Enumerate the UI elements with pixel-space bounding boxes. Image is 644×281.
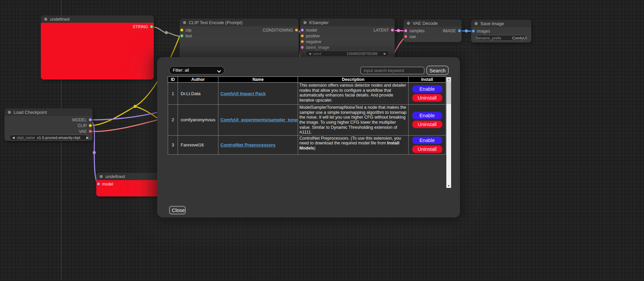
wire-dot-model[interactable]	[93, 151, 96, 154]
cell-description: This extension offers various detector n…	[298, 83, 409, 105]
wire-clip-branch	[135, 106, 159, 119]
wire-dot-string[interactable]	[165, 31, 168, 34]
node-status-dot	[44, 18, 47, 21]
port-dot-text-input[interactable]	[180, 34, 183, 37]
node-ksampler[interactable]: KSampler model LATENT positive negative …	[300, 19, 395, 60]
node-status-dot	[475, 22, 478, 25]
node-title-bar[interactable]: VAE Decode	[403, 19, 462, 27]
scroll-up-icon[interactable]: ▲	[446, 77, 451, 82]
node-title-bar[interactable]: undefined	[41, 15, 154, 23]
port-label-images: images	[477, 29, 490, 34]
cell-id: 2	[168, 105, 178, 136]
port-label-vae: vae	[409, 34, 416, 39]
wire-dot-clip[interactable]	[134, 105, 137, 108]
table-row: 1 Dr.Lt.Data ComfyUI Impact Pack This ex…	[168, 83, 446, 105]
cell-id: 3	[168, 135, 178, 154]
node-undefined-top[interactable]: undefined STRING	[41, 15, 154, 80]
uninstall-button[interactable]: Uninstall	[412, 121, 442, 128]
wire-dot-image[interactable]	[465, 30, 468, 33]
port-label-positive: positive	[306, 34, 320, 38]
search-input[interactable]	[360, 67, 425, 74]
comfyui-manager-dialog: Filter: all Search ID Author Name Descri…	[157, 57, 460, 217]
port-dot-model-input[interactable]	[301, 29, 304, 32]
node-title-bar[interactable]: CLIP Text Encode (Prompt)	[180, 19, 299, 26]
port-label-clip-out: CLIP	[78, 123, 87, 128]
node-body: MODEL CLIP VAE ◀ ckpt_name v1-5-pruned-e…	[4, 116, 93, 141]
node-title-bar[interactable]: KSampler	[300, 19, 395, 26]
cell-author: comfyanonymous	[178, 105, 218, 136]
uninstall-button[interactable]: Uninstall	[412, 145, 442, 153]
port-dot-positive-input[interactable]	[301, 34, 304, 37]
cell-description: ModelSamplerTonemapNoiseTest a node that…	[298, 105, 409, 136]
port-dot-samples-input[interactable]	[404, 29, 407, 32]
enable-button[interactable]: Enable	[412, 112, 442, 119]
port-dot-images-input[interactable]	[472, 30, 475, 33]
extension-link[interactable]: ControlNet Preprocessors	[220, 142, 276, 147]
port-dot-string-output[interactable]	[150, 25, 153, 28]
port-dot-vae-input[interactable]	[404, 35, 407, 38]
port-dot-clip-input[interactable]	[180, 29, 183, 32]
node-title-bar[interactable]: Save Image	[471, 20, 531, 27]
node-status-dot	[407, 22, 410, 25]
extension-table-wrap: ID Author Name Description Install 1 Dr.…	[168, 76, 451, 188]
scroll-down-icon[interactable]: ▼	[446, 183, 451, 188]
node-title: Save Image	[480, 21, 504, 26]
cell-description: ControlNet Preprocessors. (To use this e…	[298, 135, 409, 154]
col-header-author: Author	[178, 77, 218, 83]
port-dot-latent-output[interactable]	[391, 29, 394, 32]
port-dot-model-input[interactable]	[97, 182, 100, 186]
enable-button[interactable]: Enable	[412, 137, 442, 144]
node-title: VAE Decode	[413, 21, 437, 26]
table-row: 3 Fannovel16 ControlNet Preprocessors Co…	[168, 135, 446, 154]
widget-value: ComfyUI	[512, 36, 527, 40]
node-body: samples IMAGE vae	[403, 27, 462, 42]
node-vae-decode[interactable]: VAE Decode samples IMAGE vae	[403, 19, 462, 42]
search-button[interactable]: Search	[426, 66, 449, 75]
ckpt-name-widget[interactable]: ◀ ckpt_name v1-5-pruned-emaonly.ckpt ▶	[9, 135, 88, 140]
port-label-vae-out: VAE	[79, 129, 87, 134]
node-title: CLIP Text Encode (Prompt)	[189, 20, 243, 25]
port-dot-clip-output[interactable]	[89, 124, 92, 127]
port-label-latent: LATENT	[374, 28, 389, 33]
cell-author: Fannovel16	[178, 135, 218, 154]
port-dot-latent-image-input[interactable]	[301, 46, 304, 49]
port-label-negative: negative	[306, 39, 321, 44]
port-dot-negative-input[interactable]	[301, 40, 304, 43]
enable-button[interactable]: Enable	[412, 85, 442, 93]
node-load-checkpoint[interactable]: Load Checkpoint MODEL CLIP VAE ◀ ckpt_na…	[4, 108, 93, 141]
port-label-image: IMAGE	[443, 29, 456, 33]
widget-name: filename_prefix	[476, 36, 501, 40]
node-status-dot	[183, 21, 186, 24]
node-save-image[interactable]: Save Image images filename_prefix ComfyU…	[471, 20, 531, 42]
cell-author: Dr.Lt.Data	[178, 83, 218, 105]
widget-value: v1-5-pruned-emaonly.ckpt	[37, 136, 80, 140]
widget-name: ckpt_name	[17, 136, 35, 140]
node-title: undefined	[50, 17, 69, 22]
port-label-text: text	[185, 34, 192, 38]
widget-value: 156680208700286	[346, 52, 378, 56]
port-dot-vae-output[interactable]	[89, 130, 92, 133]
port-dot-model-output[interactable]	[89, 118, 92, 121]
node-title: KSampler	[309, 20, 329, 25]
port-dot-image-output[interactable]	[458, 29, 461, 32]
filename-prefix-widget[interactable]: filename_prefix ComfyUI	[475, 35, 527, 41]
widget-prev-icon[interactable]: ◀	[12, 136, 15, 139]
node-title-bar[interactable]: Load Checkpoint	[4, 108, 93, 116]
graph-canvas[interactable]: undefined STRING CLIP Text Encode (Promp…	[0, 0, 644, 281]
widget-next-icon[interactable]: ▶	[384, 52, 386, 55]
wire-dot-latent[interactable]	[397, 29, 400, 32]
scrollbar-thumb[interactable]	[446, 82, 451, 104]
close-button[interactable]: Close	[169, 206, 186, 214]
widget-next-icon[interactable]: ▶	[86, 136, 89, 139]
widget-prev-icon[interactable]: ◀	[309, 52, 311, 55]
extension-link[interactable]: ComfyUI_experiments/sampler_tonemap	[220, 117, 298, 122]
extension-link[interactable]: ComfyUI Impact Pack	[220, 91, 266, 96]
uninstall-button[interactable]: Uninstall	[412, 94, 442, 102]
node-title: undefined	[105, 174, 125, 179]
table-scrollbar[interactable]: ▲ ▼	[446, 77, 451, 188]
port-dot-conditioning-output[interactable]	[295, 29, 298, 32]
seed-widget[interactable]: ◀ seed 156680208700286 ▶	[306, 51, 389, 56]
filter-select[interactable]: Filter: all	[169, 66, 225, 74]
widget-name: seed	[313, 52, 321, 56]
wire-string-to-text	[152, 27, 182, 36]
